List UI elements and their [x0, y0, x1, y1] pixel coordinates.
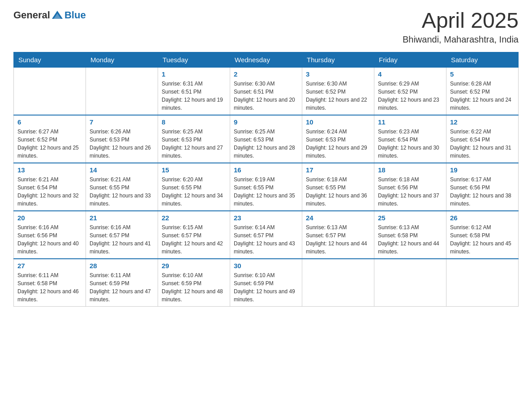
day-info: Sunrise: 6:22 AMSunset: 6:54 PMDaylight:… — [450, 128, 515, 160]
day-number: 26 — [450, 214, 515, 222]
day-info: Sunrise: 6:12 AMSunset: 6:58 PMDaylight:… — [450, 223, 515, 256]
calendar-day-header: Thursday — [302, 52, 374, 67]
day-info: Sunrise: 6:16 AMSunset: 6:57 PMDaylight:… — [90, 223, 154, 256]
calendar-cell: 2Sunrise: 6:30 AMSunset: 6:51 PMDaylight… — [230, 67, 302, 115]
title-block: April 2025 Bhiwandi, Maharashtra, India — [403, 9, 519, 45]
calendar-cell: 26Sunrise: 6:12 AMSunset: 6:58 PMDayligh… — [446, 211, 519, 259]
day-number: 18 — [378, 166, 442, 174]
calendar-cell: 6Sunrise: 6:27 AMSunset: 6:52 PMDaylight… — [14, 115, 86, 163]
day-number: 8 — [162, 118, 226, 126]
calendar-cell: 1Sunrise: 6:31 AMSunset: 6:51 PMDaylight… — [158, 67, 230, 115]
calendar-table: SundayMondayTuesdayWednesdayThursdayFrid… — [13, 52, 519, 307]
calendar-day-header: Wednesday — [230, 52, 302, 67]
logo-general-text: General — [13, 9, 50, 21]
calendar-cell: 19Sunrise: 6:17 AMSunset: 6:56 PMDayligh… — [446, 163, 519, 211]
calendar-cell: 3Sunrise: 6:30 AMSunset: 6:52 PMDaylight… — [302, 67, 374, 115]
day-info: Sunrise: 6:21 AMSunset: 6:55 PMDaylight:… — [90, 176, 154, 208]
day-info: Sunrise: 6:10 AMSunset: 6:59 PMDaylight:… — [162, 271, 226, 304]
day-info: Sunrise: 6:14 AMSunset: 6:57 PMDaylight:… — [234, 223, 298, 256]
calendar-cell: 15Sunrise: 6:20 AMSunset: 6:55 PMDayligh… — [158, 163, 230, 211]
day-info: Sunrise: 6:31 AMSunset: 6:51 PMDaylight:… — [162, 80, 226, 112]
calendar-cell: 8Sunrise: 6:25 AMSunset: 6:53 PMDaylight… — [158, 115, 230, 163]
calendar-cell — [446, 259, 519, 307]
calendar-cell: 9Sunrise: 6:25 AMSunset: 6:53 PMDaylight… — [230, 115, 302, 163]
day-number: 25 — [378, 214, 442, 222]
logo-blue-text: Blue — [64, 9, 86, 21]
day-number: 19 — [450, 166, 515, 174]
calendar-subtitle: Bhiwandi, Maharashtra, India — [403, 34, 519, 45]
day-info: Sunrise: 6:18 AMSunset: 6:56 PMDaylight:… — [378, 176, 442, 208]
day-info: Sunrise: 6:17 AMSunset: 6:56 PMDaylight:… — [450, 176, 515, 208]
day-info: Sunrise: 6:18 AMSunset: 6:55 PMDaylight:… — [306, 176, 370, 208]
calendar-cell: 21Sunrise: 6:16 AMSunset: 6:57 PMDayligh… — [86, 211, 158, 259]
day-number: 28 — [90, 262, 154, 270]
calendar-header: SundayMondayTuesdayWednesdayThursdayFrid… — [14, 52, 519, 67]
day-info: Sunrise: 6:16 AMSunset: 6:56 PMDaylight:… — [17, 223, 82, 256]
day-info: Sunrise: 6:24 AMSunset: 6:53 PMDaylight:… — [306, 128, 370, 160]
calendar-cell: 18Sunrise: 6:18 AMSunset: 6:56 PMDayligh… — [374, 163, 446, 211]
day-number: 2 — [234, 70, 298, 78]
day-number: 27 — [17, 262, 82, 270]
day-number: 24 — [306, 214, 370, 222]
day-number: 1 — [162, 70, 226, 78]
day-number: 4 — [378, 70, 442, 78]
calendar-cell: 29Sunrise: 6:10 AMSunset: 6:59 PMDayligh… — [158, 259, 230, 307]
day-number: 9 — [234, 118, 298, 126]
logo: General Blue — [13, 9, 86, 21]
day-number: 16 — [234, 166, 298, 174]
day-info: Sunrise: 6:13 AMSunset: 6:58 PMDaylight:… — [378, 223, 442, 256]
calendar-cell — [86, 67, 158, 115]
day-number: 5 — [450, 70, 515, 78]
day-info: Sunrise: 6:28 AMSunset: 6:52 PMDaylight:… — [450, 80, 515, 112]
calendar-cell: 17Sunrise: 6:18 AMSunset: 6:55 PMDayligh… — [302, 163, 374, 211]
day-info: Sunrise: 6:19 AMSunset: 6:55 PMDaylight:… — [234, 176, 298, 208]
day-number: 23 — [234, 214, 298, 222]
day-info: Sunrise: 6:26 AMSunset: 6:53 PMDaylight:… — [90, 128, 154, 160]
calendar-week-row: 1Sunrise: 6:31 AMSunset: 6:51 PMDaylight… — [14, 67, 519, 115]
day-info: Sunrise: 6:25 AMSunset: 6:53 PMDaylight:… — [162, 128, 226, 160]
day-info: Sunrise: 6:11 AMSunset: 6:59 PMDaylight:… — [90, 271, 154, 304]
calendar-cell — [302, 259, 374, 307]
day-info: Sunrise: 6:25 AMSunset: 6:53 PMDaylight:… — [234, 128, 298, 160]
calendar-cell: 24Sunrise: 6:13 AMSunset: 6:57 PMDayligh… — [302, 211, 374, 259]
calendar-week-row: 20Sunrise: 6:16 AMSunset: 6:56 PMDayligh… — [14, 211, 519, 259]
day-info: Sunrise: 6:13 AMSunset: 6:57 PMDaylight:… — [306, 223, 370, 256]
page-header: General Blue April 2025 Bhiwandi, Mahara… — [13, 9, 519, 45]
day-number: 17 — [306, 166, 370, 174]
calendar-cell — [374, 259, 446, 307]
calendar-cell: 10Sunrise: 6:24 AMSunset: 6:53 PMDayligh… — [302, 115, 374, 163]
day-number: 12 — [450, 118, 515, 126]
day-number: 11 — [378, 118, 442, 126]
calendar-header-row: SundayMondayTuesdayWednesdayThursdayFrid… — [14, 52, 519, 67]
calendar-cell: 14Sunrise: 6:21 AMSunset: 6:55 PMDayligh… — [86, 163, 158, 211]
calendar-week-row: 13Sunrise: 6:21 AMSunset: 6:54 PMDayligh… — [14, 163, 519, 211]
day-number: 22 — [162, 214, 226, 222]
day-number: 7 — [90, 118, 154, 126]
day-number: 21 — [90, 214, 154, 222]
calendar-day-header: Tuesday — [158, 52, 230, 67]
day-info: Sunrise: 6:10 AMSunset: 6:59 PMDaylight:… — [234, 271, 298, 304]
calendar-cell: 12Sunrise: 6:22 AMSunset: 6:54 PMDayligh… — [446, 115, 519, 163]
day-info: Sunrise: 6:30 AMSunset: 6:52 PMDaylight:… — [306, 80, 370, 112]
day-number: 20 — [17, 214, 82, 222]
day-info: Sunrise: 6:23 AMSunset: 6:54 PMDaylight:… — [378, 128, 442, 160]
day-info: Sunrise: 6:11 AMSunset: 6:58 PMDaylight:… — [17, 271, 82, 304]
day-number: 10 — [306, 118, 370, 126]
calendar-cell: 20Sunrise: 6:16 AMSunset: 6:56 PMDayligh… — [14, 211, 86, 259]
calendar-cell: 25Sunrise: 6:13 AMSunset: 6:58 PMDayligh… — [374, 211, 446, 259]
day-info: Sunrise: 6:15 AMSunset: 6:57 PMDaylight:… — [162, 223, 226, 256]
calendar-day-header: Sunday — [14, 52, 86, 67]
calendar-cell: 13Sunrise: 6:21 AMSunset: 6:54 PMDayligh… — [14, 163, 86, 211]
day-info: Sunrise: 6:29 AMSunset: 6:52 PMDaylight:… — [378, 80, 442, 112]
calendar-week-row: 6Sunrise: 6:27 AMSunset: 6:52 PMDaylight… — [14, 115, 519, 163]
day-number: 6 — [17, 118, 82, 126]
day-number: 13 — [17, 166, 82, 174]
calendar-cell: 11Sunrise: 6:23 AMSunset: 6:54 PMDayligh… — [374, 115, 446, 163]
calendar-cell: 28Sunrise: 6:11 AMSunset: 6:59 PMDayligh… — [86, 259, 158, 307]
day-number: 14 — [90, 166, 154, 174]
calendar-cell: 27Sunrise: 6:11 AMSunset: 6:58 PMDayligh… — [14, 259, 86, 307]
calendar-cell: 7Sunrise: 6:26 AMSunset: 6:53 PMDaylight… — [86, 115, 158, 163]
calendar-week-row: 27Sunrise: 6:11 AMSunset: 6:58 PMDayligh… — [14, 259, 519, 307]
calendar-cell — [14, 67, 86, 115]
day-number: 3 — [306, 70, 370, 78]
